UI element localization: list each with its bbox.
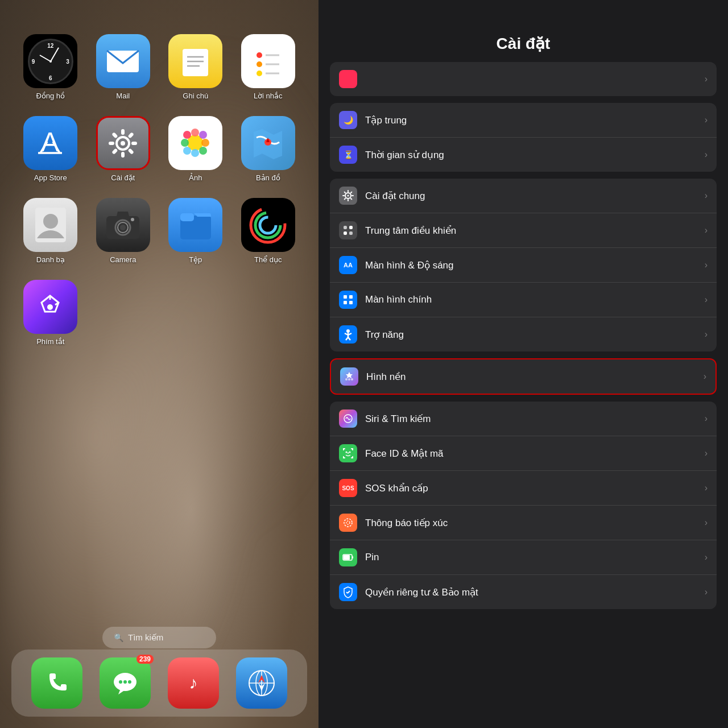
- svg-rect-78: [349, 226, 353, 229]
- app-camera[interactable]: Camera: [90, 198, 157, 264]
- settings-row-accessibility[interactable]: Trợ năng ›: [330, 317, 717, 351]
- settings-row-screentime[interactable]: ⏳ Thời gian sử dụng ›: [330, 138, 717, 172]
- shortcuts-icon: [23, 280, 77, 334]
- svg-point-91: [348, 378, 350, 380]
- svg-rect-84: [349, 301, 353, 304]
- battery-icon: [339, 548, 357, 566]
- app-settings[interactable]: Cài đặt: [90, 116, 157, 182]
- svg-line-90: [348, 337, 350, 340]
- svg-rect-99: [343, 448, 344, 450]
- faceid-chevron: ›: [705, 448, 708, 458]
- siri-label: Siri & Tìm kiếm: [365, 413, 705, 425]
- fitness-icon: [241, 198, 295, 252]
- settings-row-homescreen[interactable]: Màn hình chính ›: [330, 283, 717, 317]
- app-reminders[interactable]: Lời nhắc: [235, 34, 302, 100]
- settings-row-battery[interactable]: Pin ›: [330, 540, 717, 575]
- dock-messages[interactable]: 239: [100, 657, 151, 709]
- settings-row-display[interactable]: AA Màn hình & Độ sáng ›: [330, 248, 717, 283]
- svg-rect-22: [121, 152, 125, 158]
- sos-label: SOS khẩn cấp: [365, 482, 705, 494]
- settings-row-wallpaper[interactable]: Hình nền ›: [331, 359, 715, 394]
- svg-point-17: [121, 141, 125, 146]
- exposure-label: Thông báo tiếp xúc: [365, 517, 705, 529]
- svg-rect-24: [109, 142, 114, 145]
- svg-point-48: [260, 217, 276, 233]
- svg-point-104: [349, 452, 351, 453]
- settings-row-privacy[interactable]: Quyền riêng tư & Bảo mật ›: [330, 575, 717, 609]
- app-files[interactable]: Tệp: [162, 198, 229, 264]
- svg-point-107: [346, 521, 350, 524]
- svg-rect-80: [349, 231, 353, 235]
- display-label: Màn hình & Độ sáng: [365, 259, 705, 271]
- settings-group-1: 🌙 Tập trung › ⏳ Thời gian sử dụng ›: [330, 103, 717, 172]
- app-shortcuts[interactable]: Phím tắt: [17, 280, 84, 346]
- maps-icon: [241, 116, 295, 170]
- app-photos[interactable]: Ảnh: [162, 116, 229, 182]
- svg-point-85: [346, 329, 350, 333]
- dock: 239 ♪: [11, 650, 307, 717]
- reminders-label: Lời nhắc: [254, 92, 283, 100]
- app-notes[interactable]: Ghi chú: [162, 34, 229, 100]
- settings-row-general[interactable]: Cài đặt chung ›: [330, 179, 717, 213]
- notes-label: Ghi chú: [183, 92, 208, 100]
- settings-row-sos[interactable]: SOS SOS khẩn cấp ›: [330, 471, 717, 506]
- fitness-label: Thể dục: [254, 255, 282, 264]
- exposure-icon: [339, 514, 357, 532]
- settings-group-4: Siri & Tìm kiếm ›: [330, 402, 717, 609]
- svg-text:🌙: 🌙: [344, 115, 354, 125]
- homescreen-chevron: ›: [705, 295, 708, 305]
- dock-phone[interactable]: [31, 657, 82, 709]
- privacy-label: Quyền riêng tư & Bảo mật: [365, 586, 705, 598]
- settings-row-partial[interactable]: ›: [330, 62, 717, 96]
- mail-icon: [96, 34, 150, 88]
- settings-label: Cài đặt: [111, 173, 135, 182]
- app-appstore[interactable]: A App Store: [17, 116, 84, 182]
- app-clock[interactable]: 12 3 6 9 Đồng hồ: [17, 34, 84, 100]
- svg-rect-109: [344, 555, 350, 560]
- homescreen-label: Màn hình chính: [365, 294, 705, 305]
- photos-label: Ảnh: [189, 173, 202, 182]
- home-screen: 12 3 6 9 Đồng hồ: [0, 0, 318, 728]
- dock-music[interactable]: ♪: [168, 657, 219, 709]
- svg-point-93: [351, 378, 353, 380]
- settings-row-siri[interactable]: Siri & Tìm kiếm ›: [330, 402, 717, 436]
- search-bar[interactable]: 🔍 Tìm kiếm: [102, 627, 216, 648]
- settings-row-focus[interactable]: 🌙 Tập trung ›: [330, 103, 717, 138]
- display-chevron: ›: [705, 260, 708, 270]
- svg-rect-82: [349, 295, 353, 299]
- app-fitness[interactable]: Thể dục: [235, 198, 302, 264]
- app-mail[interactable]: Mail: [90, 34, 157, 100]
- settings-row-controlcenter[interactable]: Trung tâm điều khiển ›: [330, 213, 717, 248]
- camera-label: Camera: [110, 255, 136, 264]
- svg-rect-23: [111, 148, 118, 154]
- dock-safari[interactable]: [236, 657, 287, 709]
- settings-row-faceid[interactable]: Face ID & Mật mã ›: [330, 436, 717, 471]
- wallpaper-icon: [340, 367, 358, 386]
- general-chevron: ›: [705, 191, 708, 201]
- svg-point-68: [348, 195, 349, 197]
- files-label: Tệp: [189, 255, 202, 264]
- settings-title: Cài đặt: [497, 35, 551, 52]
- accessibility-icon: [339, 325, 357, 344]
- svg-rect-18: [121, 129, 125, 135]
- mail-label: Mail: [116, 92, 130, 100]
- settings-row-exposure[interactable]: Thông báo tiếp xúc ›: [330, 506, 717, 540]
- accessibility-label: Trợ năng: [365, 329, 705, 341]
- svg-point-29: [181, 139, 189, 147]
- svg-rect-77: [344, 226, 347, 229]
- settings-icon: [96, 116, 150, 170]
- app-grid-row1: 12 3 6 9 Đồng hồ: [11, 34, 307, 346]
- photos-icon: [168, 116, 222, 170]
- clock-label: Đồng hồ: [36, 92, 65, 100]
- focus-icon: 🌙: [339, 111, 357, 129]
- exposure-chevron: ›: [705, 518, 708, 528]
- privacy-icon: [339, 583, 357, 601]
- focus-chevron: ›: [705, 115, 708, 125]
- notes-icon: [168, 34, 222, 88]
- app-maps[interactable]: Bản đồ: [235, 116, 302, 182]
- battery-label: Pin: [365, 552, 705, 563]
- svg-point-33: [183, 147, 191, 155]
- contacts-label: Danh bạ: [36, 255, 65, 264]
- settings-group-partial: ›: [330, 62, 717, 96]
- app-contacts[interactable]: Danh bạ: [17, 198, 84, 264]
